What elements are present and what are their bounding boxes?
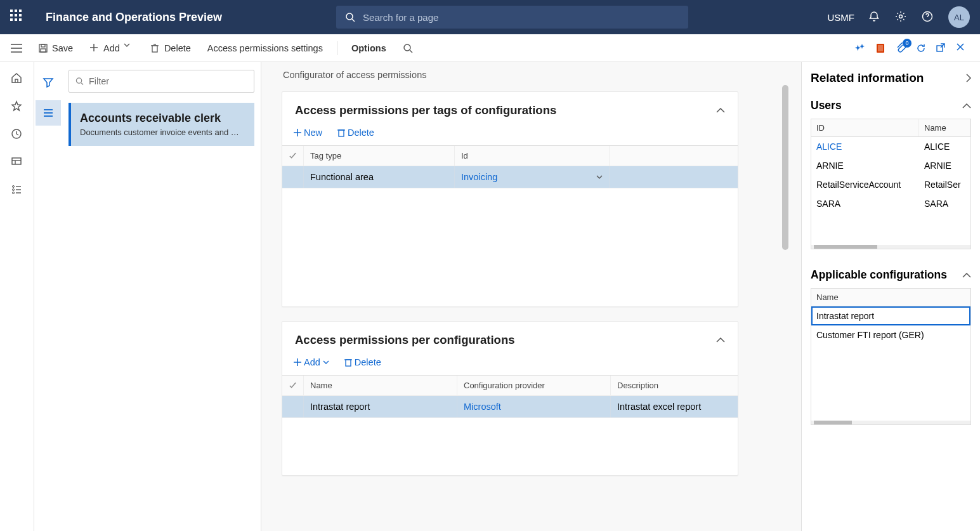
configs-row[interactable]: Intrastat report Microsoft Intrastat exc… (282, 396, 738, 418)
options-label: Options (351, 43, 386, 53)
popout-icon[interactable] (936, 43, 947, 54)
configs-grid: Name Configuration provider Description … (282, 375, 738, 475)
clock-icon[interactable] (11, 128, 23, 141)
filter-tab-icon[interactable] (36, 70, 61, 95)
app-title: Finance and Operations Preview (46, 11, 222, 24)
cell-tagtype[interactable]: Functional area (304, 166, 455, 188)
workspace-icon[interactable] (11, 156, 23, 169)
attachment-badge: 0 (903, 39, 911, 48)
list-tab-icon[interactable] (36, 100, 61, 126)
tags-row[interactable]: Functional area Invoicing (282, 166, 738, 188)
scrollbar[interactable] (782, 85, 788, 250)
global-search-input[interactable] (363, 12, 679, 23)
applicable-row[interactable]: Intrastat report (811, 306, 970, 325)
card-tags-header[interactable]: Access permissions per tags of configura… (282, 92, 738, 125)
filter-input-box[interactable] (69, 70, 254, 93)
topbar-right: USMF AL (828, 6, 970, 28)
cell-desc[interactable]: Intrastat excel report (611, 396, 725, 417)
card-configs-title: Access permissions per configurations (295, 333, 514, 347)
refresh-icon[interactable] (915, 43, 927, 54)
chevron-right-icon[interactable] (966, 74, 971, 82)
gear-icon[interactable] (895, 11, 908, 23)
access-settings-button[interactable]: Access permissions settings (201, 39, 329, 57)
col-id[interactable]: Id (455, 146, 610, 166)
applicable-hscroll[interactable] (811, 421, 970, 424)
delete-button[interactable]: Delete (144, 39, 197, 57)
applicable-row[interactable]: Customer FTI report (GER) (811, 325, 970, 344)
configs-delete-button[interactable]: Delete (341, 355, 385, 370)
role-item[interactable]: Accounts receivable clerk Documents cust… (69, 103, 254, 146)
help-icon[interactable] (922, 11, 934, 23)
applicable-name[interactable]: Customer FTI report (GER) (811, 325, 970, 344)
options-button[interactable]: Options (345, 39, 393, 57)
row-checkbox[interactable] (282, 396, 304, 417)
applicable-name[interactable]: Intrastat report (811, 306, 970, 325)
user-id[interactable]: ALICE (811, 137, 919, 156)
cell-provider[interactable]: Microsoft (457, 396, 611, 417)
separator (337, 41, 337, 55)
applicable-col-name[interactable]: Name (811, 289, 970, 306)
office-icon[interactable] (875, 43, 886, 54)
users-section-header[interactable]: Users (811, 99, 971, 112)
user-id[interactable]: RetailServiceAccount (811, 175, 919, 194)
user-name: SARA (919, 194, 970, 213)
filter-input[interactable] (89, 76, 247, 86)
users-col-name[interactable]: Name (919, 119, 970, 136)
users-row[interactable]: ARNIEARNIE (811, 156, 970, 175)
search-icon (345, 12, 355, 22)
bell-icon[interactable] (868, 11, 881, 23)
applicable-section-header[interactable]: Applicable configurations (811, 268, 971, 282)
save-button[interactable]: Save (32, 39, 79, 57)
related-info-title: Related information (811, 71, 924, 85)
plus-icon (294, 358, 301, 366)
cell-id[interactable]: Invoicing (455, 166, 610, 188)
app-launcher-icon[interactable] (10, 10, 25, 25)
svg-rect-39 (339, 130, 344, 136)
select-all-check[interactable] (282, 146, 304, 166)
tags-delete-button[interactable]: Delete (334, 125, 378, 140)
user-id[interactable]: ARNIE (811, 156, 919, 175)
content-area: Configurator of access permissions Acces… (261, 62, 801, 531)
top-bar: Finance and Operations Preview USMF AL (0, 0, 980, 34)
tags-delete-label: Delete (348, 128, 374, 138)
close-icon[interactable] (956, 43, 967, 54)
tags-new-button[interactable]: New (290, 125, 326, 140)
users-hscroll[interactable] (811, 245, 970, 249)
row-checkbox[interactable] (282, 166, 304, 188)
users-row[interactable]: ALICEALICE (811, 137, 970, 156)
configs-add-label: Add (304, 357, 320, 367)
user-name: ARNIE (919, 156, 970, 175)
chevron-up-icon (962, 103, 971, 108)
left-rail (0, 62, 34, 531)
chevron-up-icon (716, 108, 725, 113)
users-row[interactable]: SARASARA (811, 194, 970, 213)
cell-id-value: Invoicing (461, 172, 497, 182)
sparkle-icon[interactable] (854, 43, 866, 54)
users-col-id[interactable]: ID (811, 119, 919, 136)
col-desc[interactable]: Description (611, 376, 725, 395)
role-subtitle: Documents customer invoice events and … (80, 128, 245, 137)
add-button[interactable]: Add (83, 39, 140, 57)
attachment-icon[interactable]: 0 (895, 43, 906, 54)
col-provider[interactable]: Configuration provider (457, 376, 611, 395)
home-icon[interactable] (11, 72, 23, 85)
select-all-check[interactable] (282, 376, 304, 395)
user-id[interactable]: SARA (811, 194, 919, 213)
search-action[interactable] (396, 39, 419, 57)
star-icon[interactable] (11, 100, 23, 113)
global-search[interactable] (336, 6, 688, 29)
chevron-down-icon (124, 43, 134, 53)
company-code[interactable]: USMF (828, 12, 855, 23)
avatar[interactable]: AL (948, 6, 970, 28)
users-row[interactable]: RetailServiceAccountRetailSer (811, 175, 970, 194)
hamburger-icon[interactable] (5, 44, 28, 53)
add-label: Add (103, 43, 120, 53)
configs-add-button[interactable]: Add (290, 355, 333, 370)
modules-icon[interactable] (11, 184, 23, 197)
svg-rect-23 (12, 158, 21, 164)
grid-empty (282, 188, 738, 306)
cell-name[interactable]: Intrastat report (304, 396, 457, 417)
col-name[interactable]: Name (304, 376, 457, 395)
card-configs-header[interactable]: Access permissions per configurations (282, 322, 738, 355)
col-tagtype[interactable]: Tag type (304, 146, 455, 166)
